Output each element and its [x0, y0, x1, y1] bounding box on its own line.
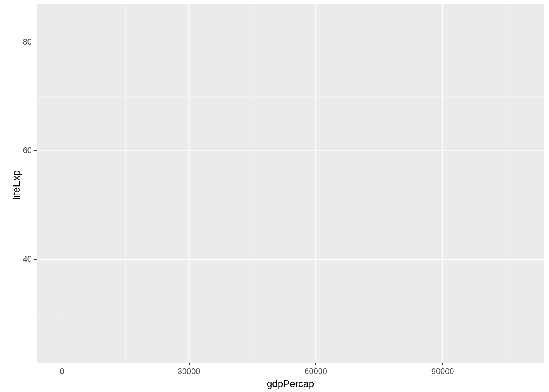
x-tick-label: 30000 [165, 367, 214, 376]
x-tick-mark [315, 363, 316, 365]
x-tick-label: 90000 [418, 367, 467, 376]
y-tick-mark [34, 150, 37, 151]
y-tick-mark [34, 259, 37, 260]
chart-container: lifeExp gdpPercap 4060800300006000090000 [0, 0, 549, 392]
x-tick-mark [62, 363, 62, 365]
x-tick-label: 0 [38, 367, 87, 376]
x-axis-label: gdpPercap [37, 378, 544, 390]
y-tick-label: 40 [0, 254, 32, 264]
x-tick-mark [189, 363, 190, 365]
gridlines [0, 0, 549, 392]
y-tick-label: 60 [0, 146, 32, 155]
x-tick-mark [442, 363, 443, 365]
y-tick-mark [34, 42, 37, 42]
y-axis-label: lifeExp [11, 170, 22, 200]
x-tick-label: 60000 [291, 367, 340, 376]
y-tick-label: 80 [0, 37, 32, 47]
